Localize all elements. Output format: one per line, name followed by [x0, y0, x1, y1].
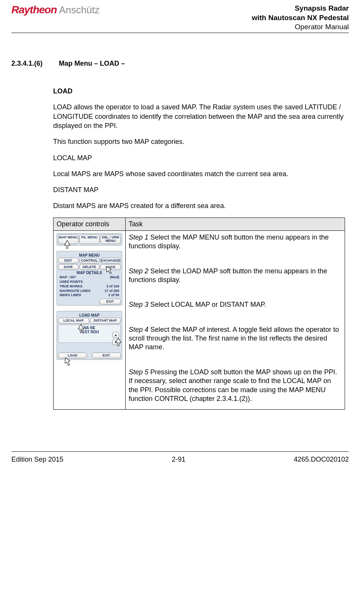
paragraph: Local MAPS are MAPS whose saved coordina…	[53, 169, 345, 178]
footer-page-number: 2-91	[172, 456, 185, 464]
paragraph: DISTANT MAP	[53, 185, 345, 194]
step-label: Step 2	[129, 267, 148, 275]
pointer-icon	[64, 240, 71, 249]
logo: Raytheon Anschütz	[11, 4, 100, 16]
step-text: Step 3 Select LOCAL MAP or DISTANT MAP.	[129, 300, 342, 309]
pil-menu-button[interactable]: PIL MENU	[79, 235, 100, 244]
exit-button[interactable]: EXIT	[99, 299, 121, 304]
pointer-icon	[64, 357, 71, 366]
svg-marker-4	[64, 357, 71, 366]
map-id-label: MAP : 007	[60, 275, 76, 280]
task-cell: Step 1 Select the MAP MENU soft button t…	[126, 230, 345, 410]
index-lines-value: 2 of 50	[108, 293, 119, 298]
step-label: Step 3	[129, 301, 148, 308]
control-button[interactable]: CONTROL	[79, 258, 100, 263]
step-text: Step 1 Select the MAP MENU soft button t…	[129, 233, 342, 251]
step-text: Step 2 Select the LOAD MAP soft button t…	[129, 267, 342, 285]
index-lines-label: INDEX LINES	[60, 293, 81, 298]
paragraph: Distant MAPS are MAPS created for a diff…	[53, 201, 345, 210]
nav-lines-value: 17 of 250	[104, 289, 119, 293]
paragraph: LOCAL MAP	[53, 153, 345, 162]
section-number: 2.3.4.1.(6)	[11, 60, 47, 68]
edit-button[interactable]: EDIT	[58, 258, 79, 263]
col-header-controls: Operator controls	[54, 218, 126, 230]
true-marks-label: TRUE MARKS	[60, 284, 82, 289]
panel-title: LOAD MAP	[58, 312, 121, 318]
paragraph: LOAD allows the operator to load a saved…	[53, 103, 345, 130]
doc-title-line2: with Nautoscan NX Pedestal	[252, 13, 349, 23]
used-points-label: USED POINTS	[60, 280, 83, 284]
panel-title: MAP MENU	[58, 252, 121, 258]
procedure-table: Operator controls Task MAP MENU PIL MENU…	[53, 218, 345, 410]
map-id-suffix: (Mod)	[110, 275, 120, 280]
nav-lines-label: NAV/ROUTE LINES	[60, 289, 90, 293]
list-item[interactable]: TEST ROU	[60, 330, 119, 334]
step-label: Step 1	[129, 233, 148, 241]
footer-doc-id: 4265.DOC020102	[294, 456, 349, 464]
section-title: Map Menu – LOAD –	[59, 60, 125, 68]
ebl-vrm-menu-button[interactable]: EBL / VRM MENU	[100, 235, 121, 244]
true-marks-value: 3 of 100	[106, 284, 119, 289]
load-confirm-button[interactable]: LOAD	[58, 353, 87, 358]
paragraph: This function supports two MAP categorie…	[53, 137, 345, 146]
list-item[interactable]: NA NE	[60, 326, 119, 330]
col-header-task: Task	[126, 218, 345, 230]
logo-brand: Raytheon	[11, 4, 57, 16]
pointer-icon	[77, 324, 84, 333]
body-content: LOAD LOAD allows the operator to load a …	[53, 87, 345, 410]
doc-title-block: Synapsis Radar with Nautoscan NX Pedesta…	[252, 4, 349, 32]
scroll-up-button[interactable]: ▲	[112, 332, 119, 338]
subheading-load: LOAD	[53, 87, 345, 96]
footer-edition: Edition Sep 2015	[11, 456, 63, 464]
svg-marker-0	[65, 240, 70, 249]
step-label: Step 5	[129, 368, 148, 376]
doc-title-line1: Synapsis Radar	[252, 4, 349, 13]
doc-title-line3: Operator Manual	[252, 22, 349, 32]
section-heading: 2.3.4.1.(6) Map Menu – LOAD –	[11, 60, 349, 68]
softkey-toolbar: MAP MENU PIL MENU EBL / VRM MENU	[57, 233, 122, 246]
page-footer: Edition Sep 2015 2-91 4265.DOC020102	[11, 451, 349, 464]
operator-controls-cell: MAP MENU PIL MENU EBL / VRM MENU MAP MEN…	[54, 230, 126, 410]
delete-button[interactable]: DELETE	[79, 264, 100, 270]
pointer-icon	[115, 338, 122, 346]
page-header: Raytheon Anschütz Synapsis Radar with Na…	[11, 4, 349, 33]
exchange-button[interactable]: EXCHANGE	[100, 258, 121, 263]
local-map-button[interactable]: LOCAL MAP	[58, 318, 89, 323]
svg-marker-1	[105, 266, 112, 274]
svg-marker-2	[78, 324, 84, 333]
pointer-icon	[105, 266, 112, 274]
map-menu-panel: MAP MENU EDIT CONTROL EXCHANGE SAVE DELE…	[57, 251, 122, 306]
step-text: Step 5 Pressing the LOAD soft button the…	[129, 368, 342, 404]
distant-map-button[interactable]: DISTANT MAP	[90, 318, 121, 323]
svg-marker-3	[116, 338, 121, 346]
logo-sub: Anschütz	[59, 4, 100, 16]
load-map-panel: LOAD MAP LOCAL MAP DISTANT MAP NA NE TES…	[57, 311, 122, 360]
save-button[interactable]: SAVE	[58, 264, 79, 270]
step-text: Step 4 Select the MAP of interest. A tog…	[129, 325, 342, 352]
exit-button[interactable]: EXIT	[92, 353, 121, 358]
map-list[interactable]: NA NE TEST ROU ▲ ▼	[58, 325, 121, 343]
step-label: Step 4	[129, 326, 148, 333]
